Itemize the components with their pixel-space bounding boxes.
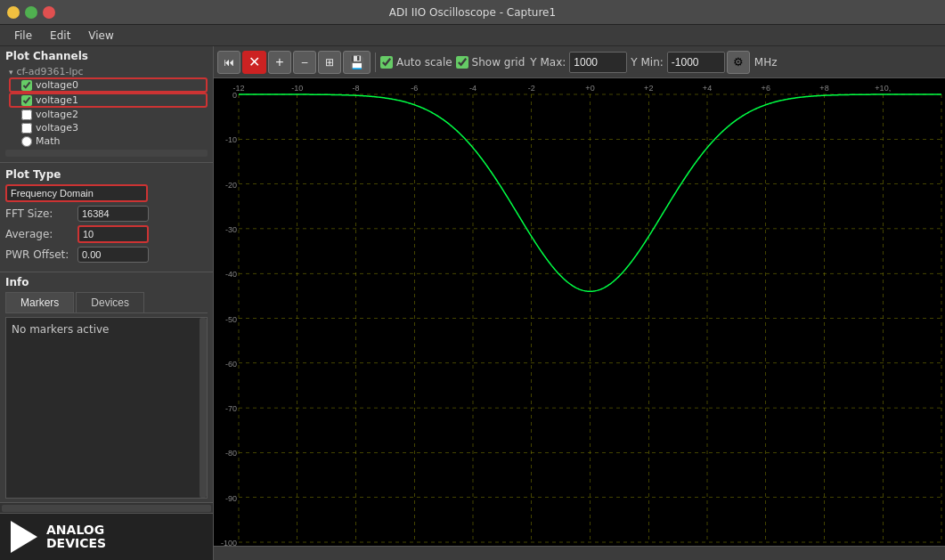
channel-voltage0[interactable]: voltage0 (9, 77, 208, 93)
statusbar (214, 546, 945, 560)
y-max-label: Y Max: (530, 56, 566, 69)
main-layout: Plot Channels ▾ cf-ad9361-lpc voltage0 v… (0, 46, 945, 560)
scope-area (214, 78, 945, 546)
scope-canvas (214, 78, 945, 546)
average-input[interactable] (77, 225, 149, 243)
analog-devices-logo: ANALOGDEVICES (0, 513, 213, 560)
voltage2-label: voltage2 (36, 109, 78, 120)
info-section: Info Markers Devices No markers active (0, 272, 213, 502)
window-title: ADI IIO Oscilloscope - Capture1 (389, 6, 556, 19)
math-label: Math (36, 135, 61, 147)
toolbar-separator-1 (375, 53, 376, 72)
auto-scale-checkbox[interactable] (380, 56, 393, 69)
menu-view[interactable]: View (79, 28, 122, 44)
plot-type-row: Frequency Domain Time Domain Constellati… (5, 184, 208, 202)
voltage0-label: voltage0 (36, 79, 78, 91)
info-scrollbar[interactable] (200, 318, 207, 498)
voltage0-checkbox[interactable] (21, 80, 32, 91)
voltage3-label: voltage3 (36, 122, 78, 134)
voltage2-checkbox[interactable] (21, 110, 32, 120)
fft-size-input[interactable] (77, 206, 149, 222)
toolbar: ⏮ ✕ + – ⊞ 💾 Auto scale Show grid Y Max: … (214, 46, 945, 78)
expand-arrow-icon: ▾ (9, 68, 13, 77)
device-name: cf-ad9361-lpc (17, 66, 84, 77)
menubar: File Edit View (0, 25, 945, 46)
stop-button[interactable]: ✕ (242, 51, 266, 74)
average-label: Average: (5, 228, 72, 240)
logo-triangle-icon (11, 521, 37, 553)
menu-file[interactable]: File (5, 28, 41, 44)
pwr-offset-row: PWR Offset: (5, 247, 208, 263)
channel-voltage1[interactable]: voltage1 (9, 93, 208, 108)
voltage1-label: voltage1 (36, 94, 78, 106)
left-panel: Plot Channels ▾ cf-ad9361-lpc voltage0 v… (0, 46, 214, 560)
show-grid-checkbox[interactable] (456, 56, 468, 69)
pwr-offset-input[interactable] (77, 247, 149, 263)
channels-scrollbar[interactable] (5, 150, 208, 157)
save-button[interactable]: 💾 (343, 51, 371, 74)
close-button[interactable] (43, 6, 55, 19)
fft-size-row: FFT Size: (5, 206, 208, 222)
titlebar: ADI IIO Oscilloscope - Capture1 (0, 0, 945, 25)
minimize-button[interactable] (7, 6, 20, 19)
maximize-button[interactable] (25, 6, 37, 19)
info-tab-bar: Markers Devices (5, 292, 208, 313)
y-max-input[interactable] (569, 52, 627, 73)
channel-math[interactable]: Math (9, 134, 208, 148)
tab-markers[interactable]: Markers (5, 292, 74, 312)
info-title: Info (5, 276, 208, 288)
markers-status: No markers active (12, 323, 110, 336)
channel-group: ▾ cf-ad9361-lpc voltage0 voltage1 voltag… (5, 66, 208, 148)
average-row: Average: (5, 225, 208, 243)
plot-type-title: Plot Type (5, 168, 208, 181)
channel-voltage2[interactable]: voltage2 (9, 108, 208, 121)
plot-type-section: Plot Type Frequency Domain Time Domain C… (0, 163, 213, 272)
plot-channels-section: Plot Channels ▾ cf-ad9361-lpc voltage0 v… (0, 46, 213, 163)
show-grid-label: Show grid (472, 56, 525, 69)
y-min-input[interactable] (667, 52, 725, 73)
menu-edit[interactable]: Edit (41, 28, 79, 44)
hscrollbar-track (2, 505, 211, 512)
right-panel: ⏮ ✕ + – ⊞ 💾 Auto scale Show grid Y Max: … (214, 46, 945, 560)
left-panel-hscrollbar[interactable] (0, 502, 213, 513)
pwr-offset-label: PWR Offset: (5, 248, 72, 261)
unit-label: MHz (754, 56, 778, 69)
y-min-label: Y Min: (631, 56, 663, 69)
tab-devices[interactable]: Devices (76, 292, 144, 312)
auto-scale-label: Auto scale (396, 56, 452, 69)
math-radio[interactable] (21, 136, 32, 147)
grid-button[interactable]: ⊞ (318, 51, 341, 74)
settings-button[interactable]: ⚙ (727, 51, 750, 74)
skip-back-button[interactable]: ⏮ (217, 51, 240, 74)
logo-text: ANALOGDEVICES (46, 523, 106, 551)
info-content: No markers active (5, 317, 208, 499)
add-button[interactable]: + (268, 51, 291, 74)
channel-voltage3[interactable]: voltage3 (9, 121, 208, 134)
voltage1-checkbox[interactable] (21, 95, 32, 106)
plot-channels-title: Plot Channels (5, 50, 208, 62)
plot-type-select[interactable]: Frequency Domain Time Domain Constellati… (5, 184, 148, 202)
voltage3-checkbox[interactable] (21, 123, 32, 134)
fft-size-label: FFT Size: (5, 207, 72, 220)
minus-button[interactable]: – (293, 51, 316, 74)
device-parent[interactable]: ▾ cf-ad9361-lpc (9, 66, 208, 77)
